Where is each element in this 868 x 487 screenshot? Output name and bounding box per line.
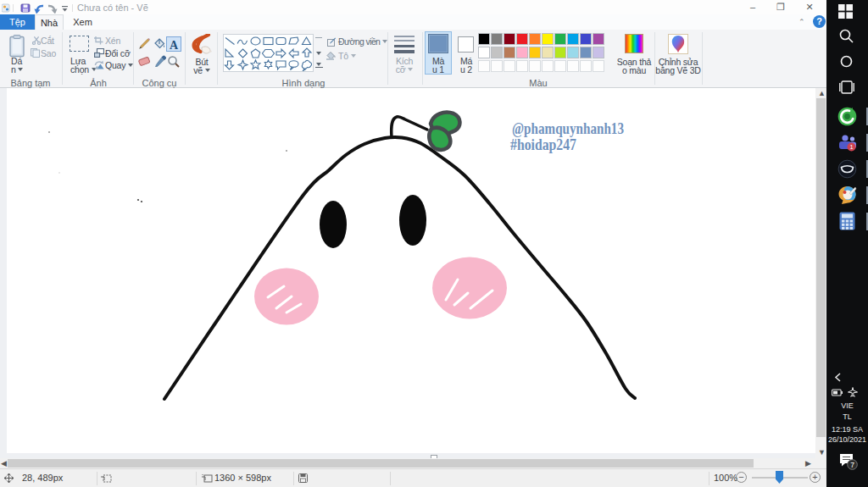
svg-text:7: 7 [850, 461, 854, 469]
svg-text:#hoidap247: #hoidap247 [510, 136, 576, 153]
svg-text:@phamquynhanh13: @phamquynhanh13 [512, 119, 624, 137]
svg-text:1: 1 [849, 143, 853, 151]
